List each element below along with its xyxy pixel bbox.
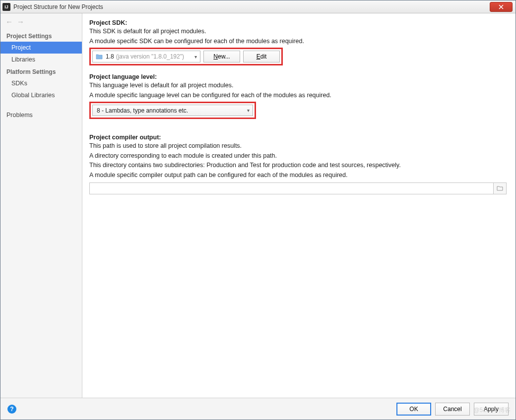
chevron-down-icon: ▾	[247, 108, 250, 113]
sidebar-cat-project-settings: Project Settings	[0, 30, 82, 42]
output-desc-3: This directory contains two subdirectori…	[89, 161, 507, 170]
output-path-row	[89, 182, 507, 194]
edit-sdk-button[interactable]: Edit	[243, 51, 280, 62]
output-header: Project compiler output:	[89, 134, 507, 141]
lang-value: 8 - Lambdas, type annotations etc.	[97, 107, 188, 114]
sidebar-item-sdks[interactable]: SDKs	[0, 77, 82, 89]
dialog-footer: ? OK Cancel Apply	[0, 398, 516, 420]
sidebar-item-libraries[interactable]: Libraries	[0, 54, 82, 65]
ok-button[interactable]: OK	[396, 403, 431, 416]
output-desc-4: A module specific compiler output path c…	[89, 171, 507, 180]
sdk-dropdown[interactable]: 1.8 (java version "1.8.0_192") ▾	[92, 51, 200, 62]
folder-icon	[96, 54, 103, 60]
sidebar-cat-platform-settings: Platform Settings	[0, 65, 82, 77]
app-icon: IJ	[2, 3, 10, 11]
new-sdk-button[interactable]: New...	[203, 51, 240, 62]
folder-open-icon	[497, 185, 504, 191]
sidebar-item-global-libraries[interactable]: Global Libraries	[0, 89, 82, 101]
lang-header: Project language level:	[89, 73, 507, 80]
lang-desc-2: A module specific language level can be …	[89, 91, 507, 100]
nav-arrows: ← →	[0, 15, 82, 30]
output-desc-2: A directory corresponding to each module…	[89, 152, 507, 161]
titlebar: IJ Project Structure for New Projects	[0, 0, 516, 13]
sidebar: ← → Project Settings Project Libraries P…	[0, 13, 82, 398]
output-desc-1: This path is used to store all project c…	[89, 142, 507, 151]
close-icon	[499, 4, 504, 9]
content-panel: Project SDK: This SDK is default for all…	[82, 13, 516, 398]
back-arrow-icon[interactable]: ←	[5, 17, 13, 26]
sdk-value: 1.8	[106, 53, 114, 60]
lang-desc-1: This language level is default for all p…	[89, 81, 507, 90]
apply-button[interactable]: Apply	[474, 403, 509, 416]
sdk-highlight-box: 1.8 (java version "1.8.0_192") ▾ New... …	[89, 48, 283, 65]
window-title: Project Structure for New Projects	[13, 3, 490, 10]
language-level-dropdown[interactable]: 8 - Lambdas, type annotations etc. ▾	[92, 105, 253, 116]
browse-output-button[interactable]	[494, 182, 507, 194]
cancel-button[interactable]: Cancel	[435, 403, 470, 416]
sdk-detail: (java version "1.8.0_192")	[116, 53, 184, 60]
chevron-down-icon: ▾	[194, 54, 197, 60]
dialog-body: ← → Project Settings Project Libraries P…	[0, 13, 516, 398]
forward-arrow-icon[interactable]: →	[17, 17, 24, 26]
sdk-header: Project SDK:	[89, 19, 507, 26]
help-button[interactable]: ?	[7, 405, 16, 414]
lang-highlight-box: 8 - Lambdas, type annotations etc. ▾	[89, 102, 256, 119]
sdk-desc-1: This SDK is default for all project modu…	[89, 27, 507, 36]
output-path-input[interactable]	[89, 182, 494, 194]
sdk-desc-2: A module specific SDK can be configured …	[89, 37, 507, 46]
close-button[interactable]	[490, 2, 513, 12]
dialog-window: IJ Project Structure for New Projects ← …	[0, 0, 516, 420]
sidebar-item-problems[interactable]: Problems	[0, 109, 82, 121]
sidebar-item-project[interactable]: Project	[0, 42, 82, 54]
